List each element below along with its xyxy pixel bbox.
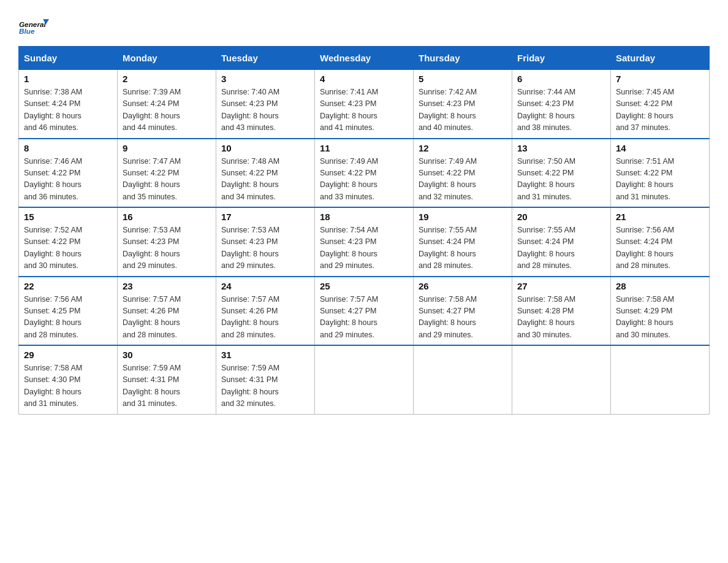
day-info: Sunrise: 7:58 AMSunset: 4:30 PMDaylight:…: [24, 362, 112, 410]
calendar-cell: [414, 345, 512, 414]
day-number: 2: [123, 74, 211, 84]
day-info: Sunrise: 7:52 AMSunset: 4:22 PMDaylight:…: [24, 224, 112, 272]
day-number: 1: [24, 74, 112, 84]
logo-svg: General Blue: [18, 12, 49, 40]
day-number: 5: [419, 74, 507, 84]
day-header-saturday: Saturday: [611, 47, 710, 70]
day-number: 31: [221, 350, 309, 360]
calendar-cell: 5Sunrise: 7:42 AMSunset: 4:23 PMDaylight…: [414, 70, 512, 139]
day-info: Sunrise: 7:54 AMSunset: 4:23 PMDaylight:…: [320, 224, 408, 272]
day-number: 27: [517, 281, 605, 291]
day-info: Sunrise: 7:39 AMSunset: 4:24 PMDaylight:…: [123, 86, 211, 134]
day-header-thursday: Thursday: [414, 47, 512, 70]
day-number: 10: [221, 143, 309, 153]
calendar-cell: 8Sunrise: 7:46 AMSunset: 4:22 PMDaylight…: [19, 139, 118, 208]
day-info: Sunrise: 7:47 AMSunset: 4:22 PMDaylight:…: [123, 156, 211, 204]
calendar-cell: 26Sunrise: 7:58 AMSunset: 4:27 PMDayligh…: [414, 277, 512, 346]
calendar-cell: 24Sunrise: 7:57 AMSunset: 4:26 PMDayligh…: [216, 277, 315, 346]
calendar-cell: [611, 345, 710, 414]
calendar-cell: 22Sunrise: 7:56 AMSunset: 4:25 PMDayligh…: [19, 277, 118, 346]
calendar-cell: 16Sunrise: 7:53 AMSunset: 4:23 PMDayligh…: [118, 207, 216, 277]
day-number: 14: [616, 143, 704, 153]
day-info: Sunrise: 7:58 AMSunset: 4:27 PMDaylight:…: [419, 294, 507, 342]
day-info: Sunrise: 7:38 AMSunset: 4:24 PMDaylight:…: [24, 86, 112, 134]
day-info: Sunrise: 7:51 AMSunset: 4:22 PMDaylight:…: [616, 156, 704, 204]
day-number: 4: [320, 74, 408, 84]
calendar-cell: 25Sunrise: 7:57 AMSunset: 4:27 PMDayligh…: [315, 277, 414, 346]
day-info: Sunrise: 7:53 AMSunset: 4:23 PMDaylight:…: [123, 224, 211, 272]
calendar-cell: 28Sunrise: 7:58 AMSunset: 4:29 PMDayligh…: [611, 277, 710, 346]
calendar-cell: [512, 345, 611, 414]
day-number: 8: [24, 143, 112, 153]
day-info: Sunrise: 7:53 AMSunset: 4:23 PMDaylight:…: [221, 224, 309, 272]
day-info: Sunrise: 7:57 AMSunset: 4:26 PMDaylight:…: [221, 294, 309, 342]
calendar-table: SundayMondayTuesdayWednesdayThursdayFrid…: [18, 46, 710, 415]
day-info: Sunrise: 7:40 AMSunset: 4:23 PMDaylight:…: [221, 86, 309, 134]
day-info: Sunrise: 7:55 AMSunset: 4:24 PMDaylight:…: [517, 224, 605, 272]
day-header-tuesday: Tuesday: [216, 47, 315, 70]
day-number: 13: [517, 143, 605, 153]
day-number: 9: [123, 143, 211, 153]
day-number: 16: [123, 212, 211, 222]
calendar-week-row: 15Sunrise: 7:52 AMSunset: 4:22 PMDayligh…: [19, 207, 710, 277]
day-info: Sunrise: 7:59 AMSunset: 4:31 PMDaylight:…: [221, 362, 309, 410]
calendar-cell: 14Sunrise: 7:51 AMSunset: 4:22 PMDayligh…: [611, 139, 710, 208]
day-info: Sunrise: 7:56 AMSunset: 4:25 PMDaylight:…: [24, 294, 112, 342]
calendar-cell: 10Sunrise: 7:48 AMSunset: 4:22 PMDayligh…: [216, 139, 315, 208]
day-info: Sunrise: 7:48 AMSunset: 4:22 PMDaylight:…: [221, 156, 309, 204]
day-info: Sunrise: 7:45 AMSunset: 4:22 PMDaylight:…: [616, 86, 704, 134]
day-header-friday: Friday: [512, 47, 611, 70]
calendar-header-row: SundayMondayTuesdayWednesdayThursdayFrid…: [19, 47, 710, 70]
calendar-cell: 29Sunrise: 7:58 AMSunset: 4:30 PMDayligh…: [19, 345, 118, 414]
calendar-cell: 2Sunrise: 7:39 AMSunset: 4:24 PMDaylight…: [118, 70, 216, 139]
calendar-cell: 3Sunrise: 7:40 AMSunset: 4:23 PMDaylight…: [216, 70, 315, 139]
calendar-cell: 17Sunrise: 7:53 AMSunset: 4:23 PMDayligh…: [216, 207, 315, 277]
day-number: 21: [616, 212, 704, 222]
day-number: 20: [517, 212, 605, 222]
calendar-cell: 13Sunrise: 7:50 AMSunset: 4:22 PMDayligh…: [512, 139, 611, 208]
day-info: Sunrise: 7:59 AMSunset: 4:31 PMDaylight:…: [123, 362, 211, 410]
day-info: Sunrise: 7:57 AMSunset: 4:27 PMDaylight:…: [320, 294, 408, 342]
calendar-cell: 7Sunrise: 7:45 AMSunset: 4:22 PMDaylight…: [611, 70, 710, 139]
day-number: 28: [616, 281, 704, 291]
calendar-cell: 9Sunrise: 7:47 AMSunset: 4:22 PMDaylight…: [118, 139, 216, 208]
day-info: Sunrise: 7:58 AMSunset: 4:28 PMDaylight:…: [517, 294, 605, 342]
calendar-cell: 4Sunrise: 7:41 AMSunset: 4:23 PMDaylight…: [315, 70, 414, 139]
day-number: 23: [123, 281, 211, 291]
calendar-cell: 27Sunrise: 7:58 AMSunset: 4:28 PMDayligh…: [512, 277, 611, 346]
calendar-cell: 12Sunrise: 7:49 AMSunset: 4:22 PMDayligh…: [414, 139, 512, 208]
day-info: Sunrise: 7:58 AMSunset: 4:29 PMDaylight:…: [616, 294, 704, 342]
day-number: 19: [419, 212, 507, 222]
day-number: 3: [221, 74, 309, 84]
calendar-week-row: 1Sunrise: 7:38 AMSunset: 4:24 PMDaylight…: [19, 70, 710, 139]
day-info: Sunrise: 7:57 AMSunset: 4:26 PMDaylight:…: [123, 294, 211, 342]
day-info: Sunrise: 7:55 AMSunset: 4:24 PMDaylight:…: [419, 224, 507, 272]
calendar-cell: 30Sunrise: 7:59 AMSunset: 4:31 PMDayligh…: [118, 345, 216, 414]
day-number: 29: [24, 350, 112, 360]
day-number: 26: [419, 281, 507, 291]
day-info: Sunrise: 7:42 AMSunset: 4:23 PMDaylight:…: [419, 86, 507, 134]
calendar-cell: 15Sunrise: 7:52 AMSunset: 4:22 PMDayligh…: [19, 207, 118, 277]
day-header-monday: Monday: [118, 47, 216, 70]
day-number: 22: [24, 281, 112, 291]
day-header-sunday: Sunday: [19, 47, 118, 70]
day-info: Sunrise: 7:50 AMSunset: 4:22 PMDaylight:…: [517, 156, 605, 204]
calendar-week-row: 29Sunrise: 7:58 AMSunset: 4:30 PMDayligh…: [19, 345, 710, 414]
day-header-wednesday: Wednesday: [315, 47, 414, 70]
day-number: 15: [24, 212, 112, 222]
day-number: 30: [123, 350, 211, 360]
page-header: General Blue: [18, 12, 710, 40]
day-info: Sunrise: 7:44 AMSunset: 4:23 PMDaylight:…: [517, 86, 605, 134]
day-number: 6: [517, 74, 605, 84]
calendar-cell: 18Sunrise: 7:54 AMSunset: 4:23 PMDayligh…: [315, 207, 414, 277]
day-number: 24: [221, 281, 309, 291]
day-number: 11: [320, 143, 408, 153]
calendar-cell: 19Sunrise: 7:55 AMSunset: 4:24 PMDayligh…: [414, 207, 512, 277]
calendar-cell: 1Sunrise: 7:38 AMSunset: 4:24 PMDaylight…: [19, 70, 118, 139]
calendar-week-row: 22Sunrise: 7:56 AMSunset: 4:25 PMDayligh…: [19, 277, 710, 346]
day-number: 17: [221, 212, 309, 222]
day-info: Sunrise: 7:46 AMSunset: 4:22 PMDaylight:…: [24, 156, 112, 204]
calendar-cell: [315, 345, 414, 414]
svg-text:Blue: Blue: [19, 27, 35, 36]
calendar-week-row: 8Sunrise: 7:46 AMSunset: 4:22 PMDaylight…: [19, 139, 710, 208]
